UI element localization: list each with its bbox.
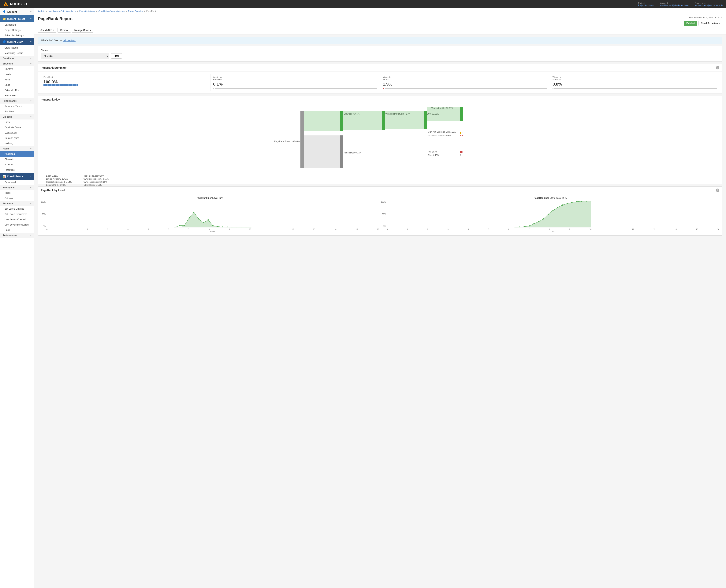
ranks-label: Ranks: [3, 147, 9, 150]
sidebar-item-content-types[interactable]: Content Types: [0, 135, 34, 141]
sidebar-crawl-info-header[interactable]: Crawl Info ▾: [0, 56, 34, 61]
cluster-select[interactable]: All URLs: [41, 53, 109, 59]
sidebar-item-monitoring-report[interactable]: Monitoring Report: [0, 50, 34, 56]
chart1-x-labels: 012345678910111213141516: [46, 228, 379, 230]
crawl-chevron: ▾: [31, 41, 31, 43]
pr-flow-header: PageRank Flow: [38, 96, 722, 103]
search-urls-button[interactable]: Search URLs: [38, 28, 56, 33]
legend-color-linkedin: [79, 182, 82, 182]
sidebar-account-header[interactable]: 👤Account ▾: [0, 8, 34, 15]
sidebar-item-project-settings[interactable]: Project Settings: [0, 27, 34, 33]
sidebar-item-history-dashboard[interactable]: Dashboard: [0, 180, 34, 185]
account-link[interactable]: matthias.petri@4eck-media.de: [660, 4, 688, 6]
sidebar-item-hosts[interactable]: Hosts: [0, 77, 34, 82]
breadcrumb-crawl[interactable]: Crawl https://www.tutkit.com/: [98, 10, 125, 12]
x2-15: 15: [696, 228, 698, 230]
manage-crawl-button[interactable]: Manage Crawl ▾: [72, 28, 94, 33]
crawl-properties-button[interactable]: Crawl Properties ▾: [699, 21, 722, 26]
legend-color-error: [42, 176, 45, 176]
sidebar-performance2-header[interactable]: Performance ▾: [0, 233, 34, 238]
sidebar-item-file-sizes[interactable]: File Sizes: [0, 109, 34, 114]
sidebar-crawl-history-header[interactable]: 📊Crawl History ▾: [0, 173, 34, 180]
sidebar-history-structure-header[interactable]: Structure ▾: [0, 201, 34, 206]
node-not-html: [340, 135, 343, 168]
sidebar-item-settings[interactable]: Settings: [0, 195, 34, 201]
x-4: 4: [127, 228, 129, 230]
sidebar-item-response-times[interactable]: Response Times: [0, 104, 34, 109]
x2-7: 7: [528, 228, 529, 230]
sidebar-item-localization[interactable]: Localization: [0, 130, 34, 135]
sidebar-item-pagerank[interactable]: Pagerank: [0, 151, 34, 157]
sidebar-history-info-header[interactable]: History Info ▾: [0, 185, 34, 190]
chart1-dot-12: [231, 227, 232, 227]
project-chevron: ▾: [31, 18, 31, 20]
sidebar-section-crawl: 🔵Current Crawl ▾ Crawl Report Monitoring…: [0, 38, 34, 173]
sidebar-onpage-header[interactable]: On-page ▾: [0, 114, 34, 120]
node-crawled: [340, 111, 343, 131]
crawl-history-label: Crawl History: [7, 175, 23, 178]
sidebar-project-header[interactable]: 📁Current Project ▾: [0, 15, 34, 22]
chart1-dot-16: [250, 227, 251, 227]
sidebar-item-2drank[interactable]: 2D-Rank: [0, 162, 34, 167]
chart2-dot-13: [576, 201, 578, 202]
sidebar-item-duplicate-content[interactable]: Duplicate Content: [0, 125, 34, 130]
pr-level-help[interactable]: ?: [716, 189, 719, 192]
sidebar-item-cheirank[interactable]: Cheirank: [0, 157, 34, 162]
breadcrumb-project[interactable]: Project tutkit.com: [79, 10, 95, 12]
sidebar-item-hints[interactable]: Hints: [0, 120, 34, 125]
sidebar-item-bot-levels-crawled[interactable]: Bot Levels Crawled: [0, 206, 34, 211]
sidebar-item-external-urls[interactable]: External URLs: [0, 88, 34, 93]
chart2-dot-3: [529, 225, 530, 227]
sidebar-item-similar-urls[interactable]: Similar URLs: [0, 93, 34, 98]
pr-value-3: 0.8%: [552, 82, 717, 87]
sidebar-item-scheduler-settings[interactable]: Scheduler Settings: [0, 33, 34, 38]
sidebar-item-potentials[interactable]: Potentials: [0, 167, 34, 173]
crawl-info-chevron: ▾: [31, 58, 31, 60]
sidebar-item-levels[interactable]: Levels: [0, 72, 34, 77]
sidebar-structure-header[interactable]: Structure ▾: [0, 61, 34, 66]
crawl-info-label: Crawl Info: [3, 57, 14, 60]
crawl-properties-chevron: ▾: [719, 22, 720, 25]
chart-box-1: PageRank per Level In % 100% 50% 0%: [41, 197, 379, 233]
flow-http-200: [385, 111, 424, 129]
crawl-label: Current Crawl: [7, 40, 23, 43]
help-section-link[interactable]: help section.: [63, 39, 76, 42]
x-3: 3: [107, 228, 108, 230]
legend-color-other-hosts: [79, 185, 82, 185]
project-link[interactable]: Project tutkit.com: [638, 4, 654, 6]
breadcrumb-account[interactable]: matthias.petri@4eck-media.de: [48, 10, 76, 12]
chart1-dot-10: [222, 227, 223, 227]
sidebar-item-user-levels-discovered[interactable]: User Levels Discovered: [0, 222, 34, 227]
signed-in-link[interactable]: matthias.petri@4eck-media.de: [695, 4, 723, 6]
recrawl-button[interactable]: Recrawl: [58, 28, 70, 33]
sidebar-crawl-header[interactable]: 🔵Current Crawl ▾: [0, 38, 34, 45]
sidebar-item-dashboard[interactable]: Dashboard: [0, 22, 34, 27]
sidebar-performance-header[interactable]: Performance ▾: [0, 98, 34, 104]
breadcrumb-audisto[interactable]: Audisto: [38, 10, 45, 12]
finished-button[interactable]: Finished: [684, 21, 697, 26]
sidebar-item-clusters[interactable]: Clusters: [0, 66, 34, 72]
sidebar-item-totals[interactable]: Totals: [0, 190, 34, 195]
sidebar-item-crawl-report[interactable]: Crawl Report: [0, 45, 34, 50]
layout: 👤Account ▾ 📁Current Project ▾ Dashboard …: [0, 8, 726, 588]
sidebar-item-bot-levels-discovered[interactable]: Bot Levels Discovered: [0, 211, 34, 217]
chart2-dot-6: [543, 218, 544, 219]
breadcrumb-sep3: ▶: [96, 10, 98, 12]
legend-external: External URL: 0.96%: [42, 184, 72, 186]
pr-summary-title: PageRank Summary: [41, 66, 66, 69]
breadcrumb-ranks[interactable]: Ranks Overview: [128, 10, 143, 12]
sidebar-item-hreflang[interactable]: Hreflang: [0, 141, 34, 146]
chart1-x-axis-label: Level: [46, 230, 379, 233]
pr-summary-help[interactable]: ?: [716, 66, 719, 69]
filter-button[interactable]: Filter: [111, 53, 122, 59]
sidebar-item-history-links[interactable]: Links: [0, 227, 34, 233]
sidebar-ranks-header[interactable]: Ranks ▾: [0, 146, 34, 151]
info-banner-text: What's this? See our: [41, 39, 62, 42]
x-13: 13: [313, 228, 315, 230]
label-other: Other: 0.13%: [428, 154, 439, 156]
page-title: PageRank Report: [38, 16, 73, 21]
sidebar-item-user-levels-crawled[interactable]: User Levels Crawled: [0, 217, 34, 222]
sidebar-item-links[interactable]: Links: [0, 82, 34, 88]
flow-source-crawled: [304, 111, 340, 131]
breadcrumb-sep4: ▶: [126, 10, 127, 12]
